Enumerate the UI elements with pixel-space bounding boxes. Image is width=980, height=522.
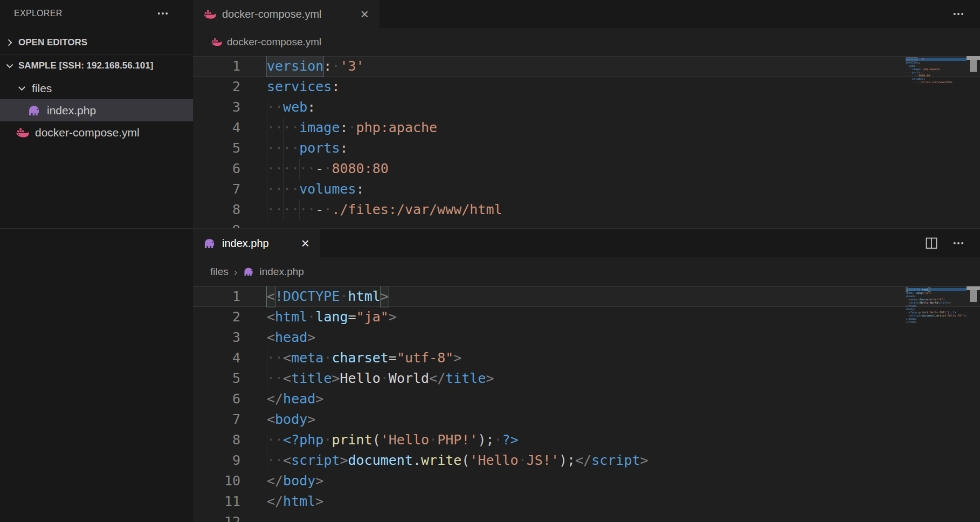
code-token-ws: · [332, 56, 340, 77]
sidebar-section-open[interactable]: OPEN EDITORS [0, 31, 193, 54]
code-token-pun: ); [478, 430, 494, 450]
code-token-key: image [299, 118, 340, 138]
sidebar-item-docker-compose-yml[interactable]: docker-compose.yml [0, 121, 193, 143]
code-line-7: 7<body> [193, 409, 980, 430]
tab-strip: index.php× [193, 229, 980, 257]
close-icon[interactable]: × [360, 7, 370, 21]
code-token-key: ?> [502, 430, 519, 450]
editor-more-actions-icon[interactable] [952, 237, 965, 250]
code-token-key: web [283, 97, 307, 118]
explorer-sidebar: EXPLORER OPEN EDITORSSAMPLE [SSH: 192.16… [0, 0, 193, 522]
overview-ruler-decoration [967, 286, 980, 290]
code-token-att: charset [332, 348, 388, 368]
code-line-7: 7····volumes: [193, 179, 980, 200]
sidebar-section-sample[interactable]: SAMPLE [SSH: 192.168.56.101] [0, 54, 193, 77]
code-token-att: lang [315, 307, 348, 327]
code-token-brk: > [949, 301, 951, 304]
code-line-9: 9 [193, 220, 980, 228]
code-token-brk: > [307, 327, 315, 348]
code-line-5: 5····ports: [193, 138, 980, 159]
code-line-11: 11</html> [193, 491, 980, 512]
line-number: 4 [193, 118, 267, 138]
code-token-ind: ······ [267, 159, 315, 179]
tab-index-php[interactable]: index.php× [193, 229, 320, 257]
code-token-ind: ·· [267, 368, 283, 389]
line-number: 3 [193, 327, 267, 348]
code-token-brk: > [453, 348, 461, 368]
tab-docker-compose-yml[interactable]: docker-compose.yml× [193, 0, 379, 28]
code-token-key: <?php [283, 430, 323, 450]
minimap-content: <!DOCTYPE·html><html·lang="ja"><head>··<… [906, 286, 967, 327]
section-label: OPEN EDITORS [18, 37, 87, 48]
scrollbar-thumb[interactable] [970, 290, 977, 302]
code-lines: 1version:·'3'2services:3··web:4····image… [193, 56, 980, 228]
code-token-str: "ja" [923, 291, 930, 294]
editor-more-actions-icon[interactable] [952, 8, 965, 20]
breadcrumb-item-docker-compose-yml[interactable]: docker-compose.yml [210, 36, 321, 48]
code-editor[interactable]: 1version:·'3'2services:3··web:4····image… [193, 56, 980, 228]
scrollbar-thumb[interactable] [970, 60, 977, 72]
line-number: 6 [193, 159, 267, 179]
section-label: SAMPLE [SSH: 192.168.56.101] [18, 60, 153, 71]
editor-group-top: docker-compose.yml×docker-compose.yml1ve… [193, 0, 980, 228]
code-token-pun: ( [461, 450, 470, 471]
close-icon[interactable]: × [300, 236, 310, 250]
line-number: 1 [193, 286, 267, 307]
breadcrumb-item-index-php[interactable]: index.php [243, 266, 303, 278]
code-token-pun: . [413, 450, 421, 471]
overview-ruler-decoration [967, 56, 980, 60]
code-token-key: !DOCTYPE [275, 286, 340, 307]
code-token-fn: write [936, 314, 944, 317]
code-line-6: 6</head> [193, 389, 980, 409]
code-token-key: volumes [299, 179, 356, 200]
minimap[interactable]: <!DOCTYPE·html><html·lang="ja"><head>··<… [906, 286, 967, 522]
code-token-pun: : [340, 118, 348, 138]
code-token-str: ./files:/var/www/html [919, 80, 953, 84]
code-token-ind: ···· [267, 118, 299, 138]
line-number: 4 [193, 348, 267, 368]
code-token-key: title [445, 368, 486, 389]
docker-file-icon [203, 8, 216, 21]
code-token-ws: · [429, 430, 437, 450]
code-token-ws: · [323, 430, 332, 450]
code-token-brk: > [486, 368, 494, 389]
split-editor-icon[interactable] [925, 237, 938, 250]
code-token-str: '3' [920, 58, 925, 61]
scrollbar[interactable] [967, 56, 980, 228]
code-token-pun: = [348, 307, 356, 327]
editor-actions [952, 0, 980, 28]
line-number: 10 [193, 471, 267, 491]
code-line-9: 9··<script>document.write('Hello·JS!');<… [193, 450, 980, 471]
code-token-key: html [275, 307, 307, 327]
line-number: 12 [193, 512, 267, 522]
breadcrumb-label: docker-compose.yml [227, 36, 321, 48]
code-token-brk: > [640, 450, 648, 471]
breadcrumb-item-files[interactable]: files [210, 266, 229, 278]
code-token-key: version [267, 56, 323, 77]
code-line-8: 8··<?php·print('Hello·PHP!');·?> [193, 430, 980, 450]
minimap[interactable]: version:·'3'services:··web:····image:·ph… [906, 56, 967, 228]
minimap-content: version:·'3'services:··web:····image:·ph… [906, 56, 967, 87]
code-token-str: "utf-8" [397, 348, 453, 368]
code-line-4: 4··<meta·charset="utf-8"> [193, 348, 980, 368]
chevron-down-icon [4, 60, 15, 71]
code-line-4: 4····image:·php:apache [193, 118, 980, 138]
sidebar-item-files[interactable]: files [0, 77, 193, 99]
code-token-key: services [267, 77, 332, 97]
code-token-str: JS!' [527, 450, 559, 471]
code-editor[interactable]: 1<!DOCTYPE·html>2<html·lang="ja">3<head>… [193, 286, 980, 522]
line-number: 8 [193, 430, 267, 450]
sidebar-item-index-php[interactable]: index.php [0, 99, 193, 121]
line-number: 5 [193, 368, 267, 389]
scrollbar[interactable] [967, 286, 980, 522]
explorer-more-actions-icon[interactable] [156, 7, 169, 20]
tab-label: docker-compose.yml [222, 8, 322, 20]
code-line-3: 3<head> [193, 327, 980, 348]
code-line-2: 2<html·lang="ja"> [193, 307, 980, 327]
code-token-brk: > [915, 320, 917, 324]
code-token-ws: · [519, 450, 527, 471]
code-token-brk: </ [267, 491, 283, 512]
code-token-brk: > [315, 389, 323, 409]
code-line-3: 3··web: [193, 97, 980, 118]
code-token-brk: </ [429, 368, 445, 389]
